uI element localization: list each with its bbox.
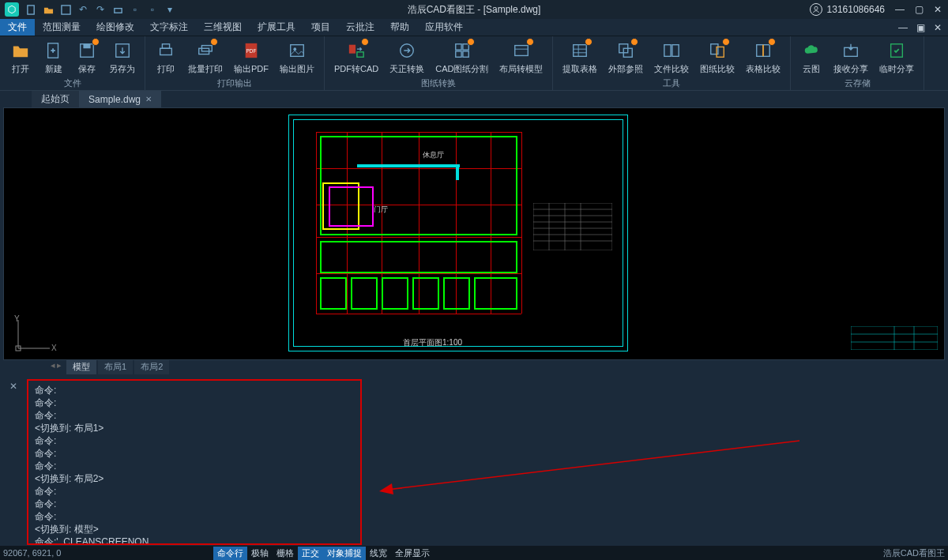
qat-new-icon[interactable] [25, 4, 36, 15]
tab-close-icon[interactable]: ✕ [145, 95, 152, 103]
tab-sample-dwg[interactable]: Sample.dwg✕ [79, 91, 161, 107]
menu-file[interactable]: 文件 [0, 19, 35, 36]
tab-start-page[interactable]: 起始页 [32, 91, 79, 107]
svg-point-3 [814, 6, 817, 9]
title-bar: ↶ ↷ ▫ ▫ ▾ 浩辰CAD看图王 - [Sample.dwg] 131610… [0, 0, 948, 19]
split-button[interactable]: CAD图纸分割 [432, 38, 491, 77]
status-全屏显示-button[interactable]: 全屏显示 [391, 547, 434, 560]
svg-rect-1 [61, 5, 70, 13]
tz-convert-button[interactable]: 天正转换 [386, 38, 427, 77]
cloud-button[interactable]: 云图 [797, 38, 826, 77]
disk-arrow-icon [111, 39, 134, 62]
status-极轴-button[interactable]: 极轴 [247, 547, 273, 560]
svg-rect-8 [83, 44, 90, 49]
ribbon-label: 图纸比较 [700, 63, 735, 75]
menu-measure[interactable]: 范围测量 [35, 19, 88, 36]
menu-help[interactable]: 帮助 [382, 19, 417, 36]
menu-bar: 文件 范围测量 绘图修改 文字标注 三维视图 扩展工具 项目 云批注 帮助 应用… [0, 19, 948, 36]
qat-undo-icon[interactable]: ↶ [77, 4, 88, 15]
qat-open-icon[interactable] [43, 4, 54, 15]
export-image-button[interactable]: 输出图片 [276, 38, 318, 77]
new-button[interactable]: 新建 [40, 38, 68, 77]
menu-3dview[interactable]: 三维视图 [196, 19, 250, 36]
svg-rect-2 [114, 8, 121, 13]
minimize-button[interactable]: — [894, 4, 905, 15]
split-icon [451, 39, 473, 62]
qat-save-icon[interactable] [60, 4, 71, 15]
ribbon-label: 文件比较 [654, 63, 689, 75]
annotation-arrow [373, 425, 799, 520]
svg-rect-10 [160, 48, 172, 54]
ribbon-group-0: 打开新建保存另存为文件 [0, 36, 145, 90]
printer-icon [155, 39, 177, 62]
layout2model-button[interactable]: 布局转模型 [496, 38, 546, 77]
command-line: <切换到: 布局2> [35, 472, 354, 485]
menu-annotate[interactable]: 文字标注 [142, 19, 196, 36]
open-button[interactable]: 打开 [6, 38, 35, 77]
user-account[interactable]: 13161086646 [810, 3, 885, 16]
ribbon-label: 输出图片 [280, 63, 314, 75]
share-icon [840, 39, 862, 62]
maximize-button[interactable]: ▢ [913, 4, 924, 15]
layout-tab-model[interactable]: 模型 [66, 360, 96, 374]
extract-table-button[interactable]: 提取表格 [559, 38, 600, 77]
table-compare-button[interactable]: 表格比较 [743, 38, 784, 77]
temp-icon [886, 39, 908, 62]
print-button[interactable]: 打印 [152, 38, 180, 77]
menu-tools[interactable]: 扩展工具 [250, 19, 303, 36]
layout-next-icon[interactable]: ▸ [57, 360, 62, 374]
saveas-button[interactable]: 另存为 [106, 38, 138, 77]
batch-print-button[interactable]: 批量打印 [185, 38, 226, 77]
status-对象捕捉-button[interactable]: 对象捕捉 [323, 547, 366, 560]
qat-more2-icon[interactable]: ▫ [147, 4, 158, 15]
doc-plus-icon [43, 39, 65, 62]
command-close-icon[interactable]: ✕ [9, 381, 21, 392]
layout-tab-1[interactable]: 布局1 [98, 360, 133, 374]
command-line: 命令: [35, 447, 354, 460]
menu-apps[interactable]: 应用软件 [417, 19, 471, 36]
qat-redo-icon[interactable]: ↷ [95, 4, 106, 15]
command-line: 命令: [35, 510, 354, 523]
xref-button[interactable]: 外部参照 [605, 38, 646, 77]
qat-dropdown-icon[interactable]: ▾ [164, 4, 175, 15]
temp-share-button[interactable]: 临时分享 [876, 38, 917, 77]
qat-print-icon[interactable] [112, 4, 123, 15]
disk-icon [76, 39, 98, 62]
doc-restore-button[interactable]: ▣ [915, 22, 926, 33]
file-compare-button[interactable]: 文件比较 [651, 38, 692, 77]
svg-rect-11 [162, 44, 169, 49]
vip-badge[interactable]: VIP [924, 36, 948, 90]
doc-close-button[interactable]: ✕ [932, 22, 943, 33]
menu-project[interactable]: 项目 [303, 19, 338, 36]
status-线宽-button[interactable]: 线宽 [366, 547, 391, 560]
window-title: 浩辰CAD看图王 - [Sample.dwg] [408, 3, 541, 17]
pdf2cad-button[interactable]: PDF转CAD [331, 38, 382, 77]
command-line: 命令:'_CLEANSCREENON [35, 536, 354, 545]
status-栅格-button[interactable]: 栅格 [273, 547, 298, 560]
save-button[interactable]: 保存 [73, 38, 101, 77]
status-命令行-button[interactable]: 命令行 [213, 547, 247, 560]
layout-tab-2[interactable]: 布局2 [134, 360, 169, 374]
menu-cloud-annotate[interactable]: 云批注 [338, 19, 382, 36]
status-正交-button[interactable]: 正交 [298, 547, 323, 560]
menu-draw[interactable]: 绘图修改 [88, 19, 142, 36]
ucs-icon: X Y [10, 315, 58, 355]
share-button[interactable]: 接收分享 [830, 38, 871, 77]
export-pdf-button[interactable]: PDF输出PDF [231, 38, 272, 77]
printer-multi-icon [194, 39, 216, 62]
qat-more1-icon[interactable]: ▫ [130, 4, 141, 15]
dwg-compare-button[interactable]: 图纸比较 [697, 38, 738, 77]
image-icon [286, 39, 308, 62]
side-panel-label[interactable]: 项目 [0, 231, 2, 247]
group-label: 图纸转换 [331, 77, 546, 90]
command-history[interactable]: 命令:命令:命令:<切换到: 布局1>命令:命令:命令:<切换到: 布局2>命令… [27, 379, 362, 545]
svg-rect-44 [533, 203, 612, 250]
command-line: 命令: [35, 397, 354, 409]
room-label-rest: 休息厅 [423, 150, 444, 160]
drawing-canvas[interactable]: 项目 休息厅 门厅 [3, 107, 945, 360]
layout-prev-icon[interactable]: ◂ [51, 360, 55, 374]
close-button[interactable]: ✕ [932, 4, 943, 15]
layout-model-icon [510, 39, 532, 62]
app-logo [5, 2, 19, 17]
doc-minimize-button[interactable]: — [897, 22, 908, 33]
